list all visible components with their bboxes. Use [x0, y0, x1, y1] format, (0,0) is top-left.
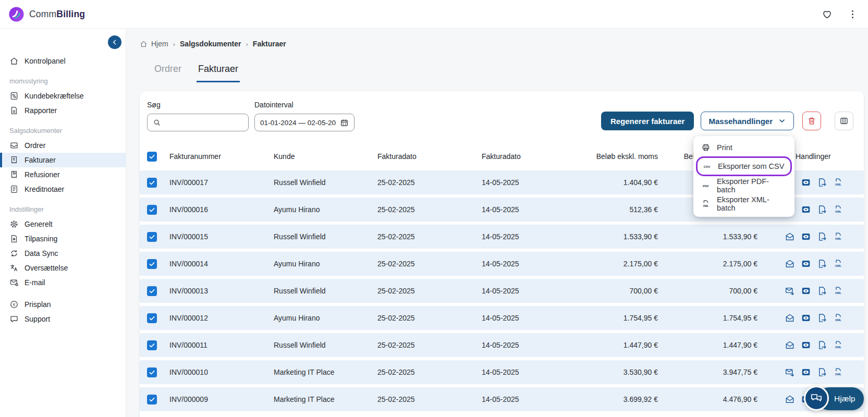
- sidebar-item-rapporter[interactable]: Rapporter: [0, 103, 126, 118]
- export-file-icon[interactable]: [817, 286, 827, 296]
- search-input[interactable]: [165, 118, 243, 127]
- search-field: Søg: [147, 101, 249, 131]
- envelope-open-icon[interactable]: [785, 231, 795, 242]
- sidebar-spacer: [0, 290, 126, 297]
- regenerate-invoices-button[interactable]: Regenerer fakturaer: [601, 112, 694, 130]
- help-chat-circle[interactable]: [804, 386, 829, 411]
- view-icon[interactable]: [801, 177, 811, 188]
- menu-item-eksporter-pdf-batch[interactable]: PDFEksporter PDF-batch: [693, 176, 794, 194]
- export-file-icon[interactable]: [817, 340, 827, 350]
- view-icon[interactable]: [801, 340, 811, 350]
- row-checkbox[interactable]: [147, 259, 157, 269]
- view-icon[interactable]: [801, 313, 811, 323]
- sidebar-item-tilpasning[interactable]: Tilpasning: [0, 231, 126, 246]
- envelope-send-icon[interactable]: [785, 286, 795, 296]
- sidebar-item-oversaettelse[interactable]: Oversættelse: [0, 261, 126, 275]
- table-row-inv-000014[interactable]: INV/000014Ayumu Hirano25-02-202514-05-20…: [140, 252, 864, 276]
- row-checkbox[interactable]: [147, 367, 157, 377]
- breadcrumb-item-hjem[interactable]: Hjem: [140, 40, 168, 48]
- cell-amount-excl-vat: 1.404,90 €: [586, 178, 658, 187]
- sidebar-item-kundebekraeftelse[interactable]: Kundebekræftelse: [0, 89, 126, 103]
- row-checkbox[interactable]: [147, 286, 157, 296]
- row-checkbox[interactable]: [147, 178, 157, 188]
- sidebar-item-data-sync[interactable]: Data Sync: [0, 246, 126, 261]
- sidebar-item-kontrolpanel[interactable]: Kontrolpanel: [0, 54, 126, 68]
- envelope-open-icon[interactable]: [785, 340, 795, 350]
- breadcrumb-item-fakturaer[interactable]: Fakturaer: [253, 40, 286, 48]
- xml-file-icon[interactable]: XML: [833, 340, 843, 350]
- sidebar-item-e-mail[interactable]: E-mail: [0, 275, 126, 290]
- sidebar-item-support[interactable]: Support: [0, 312, 126, 326]
- tab-ordrer[interactable]: Ordrer: [153, 64, 183, 82]
- xml-file-icon[interactable]: XML: [833, 177, 843, 188]
- menu-item-print[interactable]: Print: [693, 138, 794, 156]
- table-row-inv-000015[interactable]: INV/000015Russell Winfield25-02-202514-0…: [140, 225, 864, 249]
- svg-text:XML: XML: [835, 373, 842, 376]
- check-icon: [149, 396, 155, 403]
- favorites-button[interactable]: [821, 8, 833, 20]
- xml-file-icon[interactable]: XML: [833, 286, 843, 296]
- row-checkbox[interactable]: [147, 340, 157, 350]
- trash-icon: [807, 116, 816, 126]
- tab-fakturaer[interactable]: Fakturaer: [197, 64, 240, 82]
- bulk-actions-button[interactable]: Massehandlinger: [701, 112, 794, 130]
- xml-file-icon[interactable]: XML: [833, 231, 843, 242]
- envelope-open-icon[interactable]: [785, 259, 795, 269]
- date-range-input[interactable]: 01-01-2024 — 02-05-202: [254, 114, 354, 131]
- xml-file-icon[interactable]: XML: [833, 259, 843, 269]
- row-checkbox[interactable]: [147, 232, 157, 242]
- envelope-open-icon[interactable]: [785, 313, 795, 323]
- delete-selected-button[interactable]: [802, 112, 821, 130]
- cell-amount-incl-vat: 1.447,90 €: [658, 341, 757, 349]
- select-all-checkbox[interactable]: [147, 152, 157, 162]
- table-row-inv-000009[interactable]: INV/000009Marketing IT Place25-02-202514…: [140, 387, 864, 411]
- breadcrumb-item-salgsdokumenter[interactable]: Salgsdokumenter: [180, 40, 241, 48]
- help-widget[interactable]: Hjælp: [804, 386, 868, 415]
- cell-invoice-date: 25-02-2025: [377, 368, 482, 376]
- sidebar-item-prisplan[interactable]: €Prisplan: [0, 297, 126, 312]
- table-row-inv-000010[interactable]: INV/000010Marketing IT Place25-02-202514…: [140, 360, 864, 384]
- sidebar-item-kreditnotaer[interactable]: Kreditnotaer: [0, 182, 126, 197]
- export-file-icon[interactable]: [817, 231, 827, 242]
- filter-bar: Søg Datointerval 01-01-2024 — 02-05-202 …: [140, 91, 864, 131]
- xml-file-icon[interactable]: XML: [833, 313, 843, 323]
- menu-item-eksporter-xml-batch[interactable]: XMLEksporter XML-batch: [693, 194, 794, 213]
- view-icon[interactable]: [801, 259, 811, 269]
- view-icon[interactable]: [801, 286, 811, 296]
- sidebar-item-label: Tilpasning: [25, 235, 57, 243]
- export-file-icon[interactable]: [817, 313, 827, 323]
- export-file-icon[interactable]: [817, 367, 827, 377]
- sidebar-item-generelt[interactable]: Generelt: [0, 217, 126, 231]
- envelope-open-icon[interactable]: [785, 394, 795, 404]
- logo-mark-icon: [8, 6, 25, 22]
- email-settings-icon: [9, 278, 19, 287]
- sidebar-item-fakturaer[interactable]: €Fakturaer: [0, 153, 126, 167]
- export-file-icon[interactable]: [817, 204, 827, 215]
- row-checkbox[interactable]: [147, 313, 157, 323]
- search-input-box[interactable]: [147, 114, 249, 131]
- sidebar-item-refusioner[interactable]: Refusioner: [0, 167, 126, 182]
- envelope-send-icon[interactable]: [785, 367, 795, 377]
- app-logo[interactable]: CommBilling: [8, 6, 85, 22]
- export-file-icon[interactable]: [817, 259, 827, 269]
- menu-item-eksporter-som-csv[interactable]: CSVEksporter som CSV: [696, 156, 792, 176]
- table-row-inv-000011[interactable]: INV/000011Russell Winfield25-02-202514-0…: [140, 333, 864, 357]
- table-row-inv-000012[interactable]: INV/000012Ayumu Hirano25-02-202514-05-20…: [140, 306, 864, 330]
- date-range-value: 01-01-2024 — 02-05-202: [260, 119, 336, 127]
- cell-customer: Russell Winfield: [274, 178, 377, 187]
- xml-file-icon[interactable]: XML: [833, 367, 843, 377]
- table-row-inv-000013[interactable]: INV/000013Russell Winfield25-02-202514-0…: [140, 279, 864, 303]
- cell-invoice-date-2: 14-05-2025: [482, 232, 586, 241]
- xml-file-icon[interactable]: XML: [833, 204, 843, 215]
- sidebar-item-ordrer[interactable]: Ordrer: [0, 138, 126, 153]
- view-icon[interactable]: [801, 231, 811, 242]
- export-file-icon[interactable]: [817, 177, 827, 188]
- view-icon[interactable]: [801, 204, 811, 215]
- sidebar-item-label: Refusioner: [25, 170, 60, 179]
- row-checkbox[interactable]: [147, 205, 157, 215]
- overflow-menu-button[interactable]: [846, 8, 859, 20]
- view-icon[interactable]: [801, 367, 811, 377]
- sidebar-collapse-button[interactable]: [108, 35, 121, 49]
- column-settings-button[interactable]: [835, 112, 853, 130]
- row-checkbox[interactable]: [147, 395, 157, 404]
